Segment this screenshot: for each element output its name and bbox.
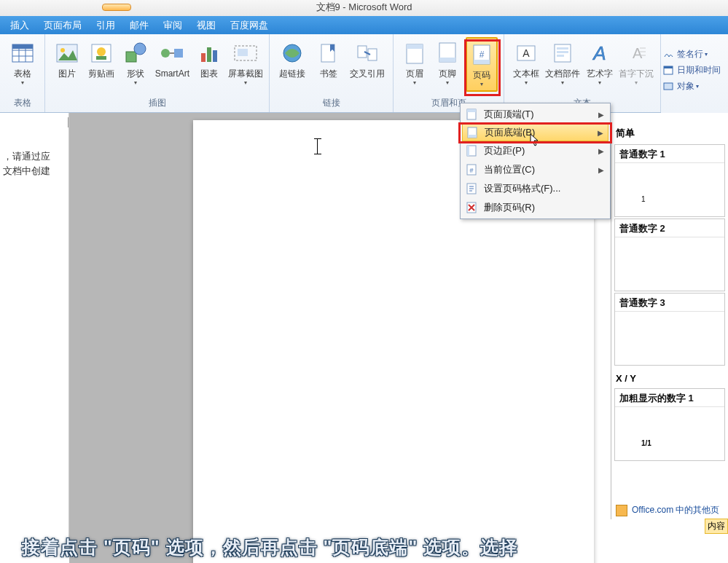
chevron-down-icon: ▾ <box>561 79 564 86</box>
footer-icon <box>434 40 461 66</box>
header-icon <box>402 40 428 66</box>
chevron-down-icon: ▾ <box>598 79 601 86</box>
gallery-item-plain-1[interactable]: 普通数字 1 1 <box>614 144 725 217</box>
svg-point-9 <box>97 47 106 56</box>
date-time-button[interactable]: 日期和时间 <box>661 62 728 78</box>
picture-button[interactable]: 图片 <box>50 37 84 82</box>
page-number-gallery: 简单 普通数字 1 1 普通数字 2 普通数字 3 X / Y 加粗显示的数字 … <box>611 124 728 519</box>
group-illustrations-label: 插图 <box>45 97 269 112</box>
shapes-button[interactable]: 形状 ▾ <box>118 37 152 89</box>
screenshot-icon <box>232 40 259 66</box>
gallery-heading-xy: X / Y <box>611 370 728 387</box>
tables-button[interactable]: 表格 ▾ <box>4 37 40 89</box>
bookmark-button[interactable]: 书签 <box>310 37 347 82</box>
svg-rect-19 <box>238 49 248 56</box>
gallery-item-plain-2[interactable]: 普通数字 2 <box>614 218 725 291</box>
globe-icon <box>279 40 305 66</box>
signature-line-button[interactable]: 签名行▾ <box>661 46 728 62</box>
remove-icon <box>465 201 478 214</box>
tab-mailings[interactable]: 邮件 <box>122 16 156 34</box>
chevron-down-icon: ▾ <box>480 81 483 87</box>
crossref-icon <box>354 40 380 66</box>
menu-current-position[interactable]: # 当前位置(C) ▶ <box>462 160 608 179</box>
tab-layout[interactable]: 页面布局 <box>36 16 89 34</box>
svg-text:A: A <box>522 47 530 59</box>
svg-text:#: # <box>480 50 485 60</box>
svg-rect-46 <box>467 109 476 112</box>
header-button[interactable]: 页眉 ▾ <box>398 37 431 89</box>
svg-rect-44 <box>664 83 673 90</box>
submenu-arrow-icon: ▶ <box>598 166 604 174</box>
group-links-label: 链接 <box>270 97 393 112</box>
gallery-item-plain-3[interactable]: 普通数字 3 <box>614 293 725 366</box>
office-icon <box>616 505 627 516</box>
chart-icon <box>196 40 222 66</box>
tab-baidu[interactable]: 百度网盘 <box>223 16 275 34</box>
submenu-arrow-icon: ▶ <box>598 147 604 155</box>
calendar-icon <box>662 64 674 76</box>
object-icon <box>662 80 674 92</box>
chart-button[interactable]: 图表 <box>192 37 226 82</box>
smartart-icon <box>159 40 185 66</box>
dropcap-icon: A <box>623 40 649 66</box>
svg-rect-48 <box>468 135 477 138</box>
clipart-button[interactable]: 剪贴画 <box>84 37 118 82</box>
gallery-item-bold-1[interactable]: 加粗显示的数字 1 1/1 <box>614 388 725 461</box>
text-side-buttons: 签名行▾ 日期和时间 对象▾ <box>661 34 728 113</box>
ribbon: 表格 ▾ 表格 图片 剪贴画 形状 ▾ <box>0 34 728 113</box>
chevron-down-icon: ▾ <box>244 79 247 86</box>
gallery-office-link[interactable]: Office.com 中的其他页 <box>616 504 728 516</box>
submenu-arrow-icon: ▶ <box>598 111 604 119</box>
chevron-down-icon: ▾ <box>446 79 449 86</box>
nav-text-2: 文档中创建 <box>3 164 66 178</box>
page-bottom-icon <box>466 126 479 139</box>
svg-text:A: A <box>633 45 643 61</box>
page-margin-icon <box>465 144 478 157</box>
svg-rect-25 <box>407 44 423 49</box>
screenshot-button[interactable]: 屏幕截图 ▾ <box>227 37 265 89</box>
tab-view[interactable]: 视图 <box>189 16 223 34</box>
menu-remove-page-number[interactable]: 删除页码(R) <box>462 198 608 217</box>
svg-rect-5 <box>12 44 33 49</box>
navigation-pane: ，请通过应 文档中创建 <box>0 113 69 550</box>
clipart-icon <box>88 40 114 66</box>
svg-rect-43 <box>664 66 673 68</box>
quickparts-button[interactable]: 文档部件 ▾ <box>544 37 582 89</box>
menu-format-page-number[interactable]: 设置页码格式(F)... <box>462 179 608 198</box>
nav-text-1: ，请通过应 <box>3 149 66 164</box>
tab-review[interactable]: 审阅 <box>156 16 189 34</box>
tab-references[interactable]: 引用 <box>89 16 122 34</box>
textbox-button[interactable]: A 文本框 ▾ <box>509 37 544 89</box>
format-icon <box>465 182 478 195</box>
svg-text:A: A <box>592 42 606 64</box>
svg-rect-35 <box>557 51 568 53</box>
submenu-arrow-icon: ▶ <box>598 129 603 137</box>
svg-rect-14 <box>174 49 183 58</box>
svg-rect-15 <box>201 53 206 62</box>
chevron-down-icon: ▾ <box>413 79 416 86</box>
hyperlink-button[interactable]: 超链接 <box>274 37 310 82</box>
footer-button[interactable]: 页脚 ▾ <box>431 37 465 89</box>
chevron-down-icon: ▾ <box>635 79 638 86</box>
smartart-button[interactable]: SmartArt <box>152 37 192 82</box>
page-number-button[interactable]: # 页码 ▾ <box>466 37 498 92</box>
tab-insert[interactable]: 插入 <box>3 16 36 34</box>
menu-page-bottom[interactable]: 页面底端(B) ▶ <box>462 124 608 141</box>
svg-rect-10 <box>96 56 106 60</box>
quickparts-icon <box>549 40 576 66</box>
gallery-heading-simple: 简单 <box>611 124 728 143</box>
current-pos-icon: # <box>465 163 478 176</box>
bookmark-icon <box>316 40 342 66</box>
wordart-button[interactable]: A 艺术字 ▾ <box>582 37 617 89</box>
tooltip-fragment: 内容 <box>705 519 728 534</box>
menu-page-margin[interactable]: 页边距(P) ▶ <box>462 141 608 160</box>
page-number-icon: # <box>469 42 495 68</box>
svg-rect-30 <box>474 60 490 64</box>
object-button[interactable]: 对象▾ <box>661 78 728 94</box>
page-top-icon <box>465 108 478 121</box>
svg-rect-50 <box>467 146 469 156</box>
menu-page-top[interactable]: 页面顶端(T) ▶ <box>462 105 608 124</box>
chevron-down-icon: ▾ <box>21 79 24 86</box>
dropcap-button[interactable]: A 首字下沉 ▾ <box>617 37 656 89</box>
crossref-button[interactable]: 交叉引用 <box>347 37 388 82</box>
